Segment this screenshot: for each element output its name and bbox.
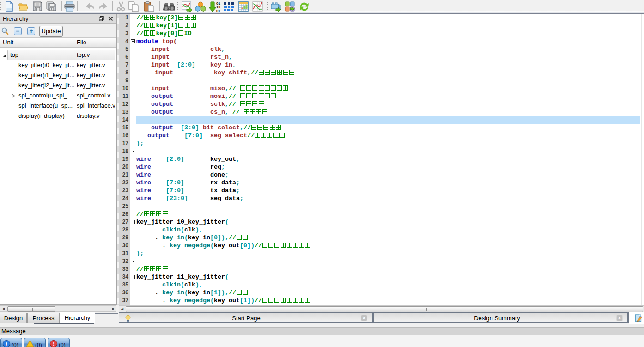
svg-text:!: ! <box>29 342 30 347</box>
svg-text:01: 01 <box>216 9 220 12</box>
svg-text:!: ! <box>53 341 55 347</box>
